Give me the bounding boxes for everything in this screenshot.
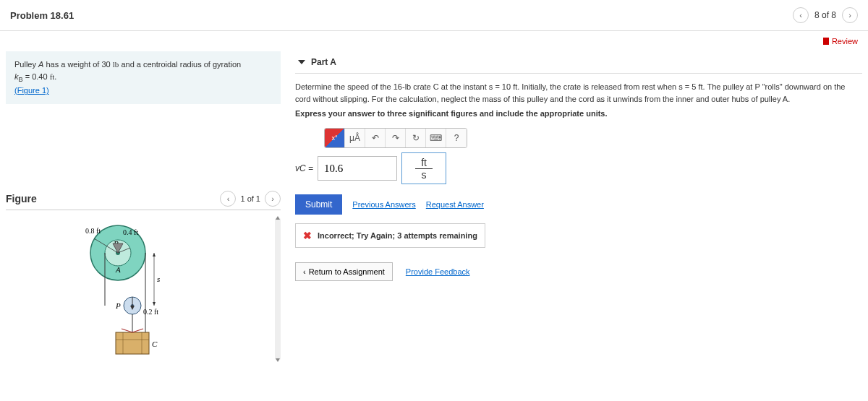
help-icon[interactable]: ? bbox=[446, 129, 467, 147]
provide-feedback-link[interactable]: Provide Feedback bbox=[406, 267, 470, 276]
svg-text:0.2 ft: 0.2 ft bbox=[143, 308, 158, 316]
problem-title: Problem 18.61 bbox=[10, 10, 74, 21]
svg-line-27 bbox=[122, 329, 132, 332]
prev-problem-button[interactable]: ‹ bbox=[793, 7, 809, 23]
figure-svg: 0.8 ft 0.4 ft B A P 0.2 ft bbox=[64, 220, 223, 358]
answer-unit-input[interactable]: ft s bbox=[401, 152, 446, 184]
figure-position: 1 of 1 bbox=[240, 194, 260, 203]
part-title: Part A bbox=[311, 57, 336, 67]
figure-scrollbar[interactable] bbox=[275, 217, 281, 361]
svg-text:0.4 ft: 0.4 ft bbox=[123, 228, 138, 236]
review-link[interactable]: Review bbox=[823, 37, 858, 46]
return-button[interactable]: ‹ Return to Assignment bbox=[295, 262, 393, 281]
figure-prev-button[interactable]: ‹ bbox=[220, 191, 236, 207]
svg-text:P: P bbox=[115, 301, 121, 310]
svg-marker-19 bbox=[153, 253, 156, 256]
reset-icon[interactable]: ↻ bbox=[406, 129, 426, 147]
feedback-box: ✖ Incorrect; Try Again; 3 attempts remai… bbox=[295, 223, 485, 248]
symbols-icon[interactable]: μÅ bbox=[345, 129, 365, 147]
answer-toolbar: x° μÅ ↶ ↷ ↻ ⌨ ? bbox=[324, 128, 467, 148]
instruction-text: Express your answer to three significant… bbox=[295, 109, 862, 118]
svg-marker-20 bbox=[153, 302, 156, 306]
incorrect-icon: ✖ bbox=[303, 230, 312, 241]
figure-next-button[interactable]: › bbox=[265, 191, 281, 207]
svg-text:C: C bbox=[152, 340, 158, 348]
svg-line-28 bbox=[132, 329, 143, 332]
svg-text:0.8 ft: 0.8 ft bbox=[85, 227, 101, 235]
answer-variable: vC = bbox=[295, 163, 313, 173]
svg-text:s: s bbox=[157, 275, 160, 283]
next-problem-button[interactable]: › bbox=[842, 7, 858, 23]
template-icon[interactable]: x° bbox=[325, 129, 345, 147]
undo-icon[interactable]: ↶ bbox=[365, 129, 386, 147]
figure-link[interactable]: (Figure 1) bbox=[14, 86, 49, 95]
submit-button[interactable]: Submit bbox=[295, 194, 342, 215]
problem-position: 8 of 8 bbox=[814, 10, 836, 20]
chevron-left-icon: ‹ bbox=[303, 267, 306, 276]
flag-icon bbox=[823, 38, 829, 45]
redo-icon[interactable]: ↷ bbox=[386, 129, 406, 147]
collapse-icon[interactable] bbox=[298, 60, 305, 64]
problem-statement: Pulley A has a weight of 30 lb and a cen… bbox=[6, 51, 281, 104]
previous-answers-link[interactable]: Previous Answers bbox=[352, 200, 415, 209]
request-answer-link[interactable]: Request Answer bbox=[426, 200, 484, 209]
svg-rect-23 bbox=[116, 332, 149, 354]
svg-text:A: A bbox=[115, 265, 121, 274]
keyboard-icon[interactable]: ⌨ bbox=[426, 129, 446, 147]
question-text: Determine the speed of the 16-lb crate C… bbox=[295, 81, 862, 105]
figure-title: Figure bbox=[6, 193, 37, 204]
answer-value-input[interactable] bbox=[318, 156, 397, 181]
